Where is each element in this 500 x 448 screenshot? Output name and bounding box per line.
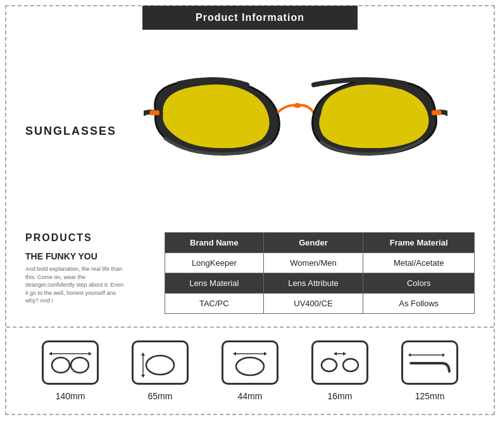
dim-label-lens-width: 44mm	[238, 391, 263, 401]
dim-item-temple: 125mm	[401, 340, 458, 401]
header-bar: Product Information	[142, 6, 358, 30]
svg-marker-8	[89, 352, 92, 356]
cell-lens-attr: UV400/CE	[263, 294, 363, 314]
dim-icon-temple	[401, 340, 458, 385]
products-label: PRODUCTS	[25, 232, 152, 244]
dim-item-width: 140mm	[42, 340, 99, 401]
cell-gender: Women/Men	[263, 253, 363, 273]
dim-item-lens-width: 44mm	[222, 340, 278, 401]
svg-marker-12	[141, 375, 145, 378]
dim-label-lens-height: 65mm	[148, 391, 173, 401]
dim-icon-lens-height	[132, 340, 189, 385]
cell-colors: As Follows	[363, 294, 475, 314]
dim-item-nose: 16mm	[311, 340, 368, 401]
brand-name: THE FUNKY YOU	[25, 251, 152, 261]
svg-rect-1	[432, 110, 441, 115]
outer-wrapper: Product Information SUNGLASSES	[5, 5, 495, 415]
svg-point-18	[343, 359, 358, 371]
svg-point-9	[146, 356, 174, 375]
svg-point-13	[236, 358, 264, 375]
product-info-table: Brand Name Gender Frame Material LongKee…	[165, 232, 475, 314]
top-section: SUNGLASSES	[6, 30, 494, 226]
dim-icon-nose	[311, 340, 368, 385]
svg-rect-0	[150, 110, 159, 115]
dim-svg-width	[48, 347, 92, 378]
svg-point-17	[322, 359, 337, 371]
header-title: Product Information	[196, 12, 304, 23]
dim-svg-lens-width	[228, 347, 272, 378]
dim-svg-nose	[318, 347, 362, 378]
col-lens-material-header: Lens Material	[165, 273, 264, 294]
dim-svg-temple	[408, 347, 452, 378]
svg-point-4	[71, 358, 89, 373]
dim-icon-lens-width	[222, 340, 278, 385]
col-brand-header: Brand Name	[165, 233, 264, 253]
svg-point-2	[294, 103, 301, 108]
svg-marker-16	[264, 352, 267, 356]
products-left: PRODUCTS THE FUNKY YOU And bold explanat…	[25, 232, 152, 305]
dimensions-section: 140mm 65mm	[6, 327, 494, 414]
svg-marker-15	[233, 352, 236, 356]
svg-point-3	[52, 358, 70, 373]
col-frame-header: Frame Material	[363, 233, 475, 253]
col-colors-header: Colors	[363, 273, 475, 294]
svg-marker-24	[442, 353, 445, 357]
sunglasses-svg	[144, 61, 447, 201]
brand-desc: And bold explanation, the real life than…	[25, 265, 127, 305]
svg-marker-23	[408, 353, 411, 357]
dim-item-lens-height: 65mm	[132, 340, 189, 401]
dim-icon-width	[42, 340, 99, 385]
col-gender-header: Gender	[263, 233, 363, 253]
cell-frame: Metal/Acetate	[363, 253, 475, 273]
dim-label-width: 140mm	[56, 391, 85, 401]
svg-marker-11	[141, 352, 145, 356]
cell-brand: LongKeeper	[165, 253, 264, 273]
dim-label-temple: 125mm	[415, 391, 445, 401]
glasses-image-area	[116, 42, 475, 220]
dim-label-nose: 16mm	[328, 391, 353, 401]
col-lens-attr-header: Lens Attribute	[263, 273, 363, 294]
cell-lens-material: TAC/PC	[165, 294, 264, 314]
dim-svg-height	[138, 347, 182, 378]
svg-marker-7	[49, 352, 52, 356]
sunglasses-label: SUNGLASSES	[25, 125, 116, 138]
bottom-section: PRODUCTS THE FUNKY YOU And bold explanat…	[6, 226, 494, 327]
svg-marker-20	[334, 352, 337, 356]
svg-marker-21	[343, 352, 346, 356]
